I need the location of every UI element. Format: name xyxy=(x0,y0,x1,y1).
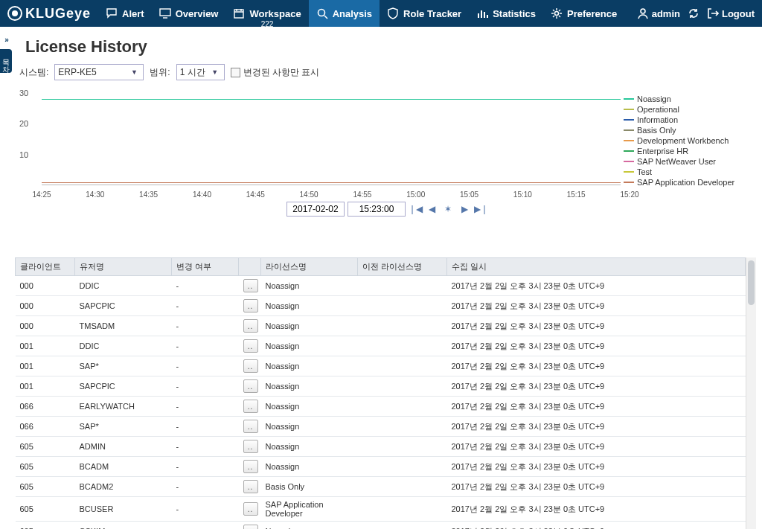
table-row[interactable]: 605ADMIN-..Noassign2017년 2월 2일 오후 3시 23분… xyxy=(16,437,746,457)
menu-analysis[interactable]: Analysis xyxy=(309,0,380,27)
changed-only-checkbox[interactable]: 변경된 사항만 표시 xyxy=(231,66,320,79)
row-details-button[interactable]: .. xyxy=(243,420,258,433)
legend-item[interactable]: Noassign xyxy=(624,94,752,103)
cell-user: SAP* xyxy=(75,356,172,376)
nav-prev-button[interactable]: ◀ xyxy=(425,202,438,216)
table-row[interactable]: 000SAPCPIC-..Noassign2017년 2월 2일 오후 3시 2… xyxy=(16,296,746,316)
row-details-button[interactable]: .. xyxy=(243,525,258,529)
user-link[interactable]: admin xyxy=(637,7,680,19)
cell-action: .. xyxy=(239,457,261,477)
cell-client: 605 xyxy=(16,522,75,530)
col-client[interactable]: 클라이언트 xyxy=(16,258,75,276)
date-input[interactable] xyxy=(286,202,345,217)
x-tick: 14:40 xyxy=(193,190,211,199)
table-row[interactable]: 605BCADM2-..Basis Only2017년 2월 2일 오후 3시 … xyxy=(16,477,746,497)
legend-item[interactable]: SAP NetWeaver User xyxy=(624,157,752,166)
table-row[interactable]: 605BCADM-..Noassign2017년 2월 2일 오후 3시 23분… xyxy=(16,457,746,477)
speech-icon xyxy=(106,7,118,19)
main-panel: License History 시스템: ERP-KE5 ▼ 범위: 1 시간 … xyxy=(15,27,759,532)
legend-label: SAP Application Developer xyxy=(637,178,734,187)
nav-last-button[interactable]: ▶❘ xyxy=(474,202,487,216)
row-details-button[interactable]: .. xyxy=(243,319,258,333)
row-details-button[interactable]: .. xyxy=(243,359,258,373)
table-row[interactable]: 605BCUSER-..SAP Application Developer201… xyxy=(16,497,746,522)
row-details-button[interactable]: .. xyxy=(243,299,258,313)
col-changed[interactable]: 변경 여부 xyxy=(172,258,239,276)
col-prev-license[interactable]: 이전 라이선스명 xyxy=(358,258,447,276)
nav-first-button[interactable]: ❘◀ xyxy=(409,202,422,216)
table-row[interactable]: 605CSKIM-..Noassign2017년 2월 2일 오후 3시 23분… xyxy=(16,522,746,530)
row-details-button[interactable]: .. xyxy=(243,460,258,473)
logout-icon xyxy=(707,7,719,19)
legend-label: Information xyxy=(637,115,678,124)
col-action[interactable] xyxy=(239,258,261,276)
table-row[interactable]: 001SAPCPIC-..Noassign2017년 2월 2일 오후 3시 2… xyxy=(16,376,746,397)
table-row[interactable]: 001DDIC-..Noassign2017년 2월 2일 오후 3시 23분 … xyxy=(16,336,746,356)
row-details-button[interactable]: .. xyxy=(243,379,258,393)
legend-label: Basis Only xyxy=(637,126,676,135)
scroll-thumb[interactable] xyxy=(748,260,755,305)
legend-item[interactable]: SAP Application Developer xyxy=(624,178,752,187)
legend-item[interactable]: Test xyxy=(624,167,752,176)
col-license[interactable]: 라이선스명 xyxy=(261,258,358,276)
nav-live-button[interactable]: ✶ xyxy=(441,202,455,216)
side-expand-icon[interactable]: » xyxy=(1,34,12,45)
row-details-button[interactable]: .. xyxy=(243,480,258,493)
menu-workspace[interactable]: Workspace 222 xyxy=(225,0,308,27)
legend-item[interactable]: Operational xyxy=(624,105,752,114)
nav-next-button[interactable]: ▶ xyxy=(458,202,471,216)
cell-license: Noassign xyxy=(261,376,358,397)
cell-action: .. xyxy=(239,336,261,356)
side-tab-toc[interactable]: 목차 xyxy=(0,49,12,73)
row-details-button[interactable]: .. xyxy=(243,339,258,353)
cell-license: Noassign xyxy=(261,356,358,376)
col-collected[interactable]: 수집 일시 xyxy=(447,258,746,276)
cell-collected: 2017년 2월 2일 오후 3시 23분 0초 UTC+9 xyxy=(447,497,746,522)
table-row[interactable]: 000DDIC-..Noassign2017년 2월 2일 오후 3시 23분 … xyxy=(16,276,746,296)
range-select[interactable]: 1 시간 ▼ xyxy=(176,64,225,80)
legend-item[interactable]: Basis Only xyxy=(624,126,752,135)
legend-item[interactable]: Information xyxy=(624,115,752,124)
row-details-button[interactable]: .. xyxy=(243,279,258,292)
legend-item[interactable]: Development Workbench xyxy=(624,136,752,145)
chevron-down-icon: ▼ xyxy=(209,68,221,76)
row-details-button[interactable]: .. xyxy=(243,400,258,413)
bars-icon xyxy=(476,7,488,19)
cell-action: .. xyxy=(239,477,261,497)
cell-prev-license xyxy=(358,477,447,497)
legend-item[interactable]: Enterprise HR xyxy=(624,147,752,156)
table-row[interactable]: 000TMSADM-..Noassign2017년 2월 2일 오후 3시 23… xyxy=(16,316,746,336)
cell-changed: - xyxy=(172,296,239,316)
x-tick: 15:15 xyxy=(567,190,586,199)
menu-overview[interactable]: Overview xyxy=(152,0,226,27)
gear-icon xyxy=(551,7,563,19)
x-tick: 14:35 xyxy=(139,190,158,199)
cell-license: SAP Application Developer xyxy=(261,497,358,522)
cell-client: 001 xyxy=(16,336,75,356)
menu-role-tracker[interactable]: Role Tracker xyxy=(380,0,469,27)
system-select[interactable]: ERP-KE5 ▼ xyxy=(54,64,144,80)
table-header-row: 클라이언트 유저명 변경 여부 라이선스명 이전 라이선스명 수집 일시 xyxy=(16,258,746,276)
user-icon xyxy=(637,7,649,19)
table-row[interactable]: 066EARLYWATCH-..Noassign2017년 2월 2일 오후 3… xyxy=(16,397,746,417)
vertical-scrollbar[interactable] xyxy=(746,257,756,529)
menu-alert[interactable]: Alert xyxy=(98,0,152,27)
row-details-button[interactable]: .. xyxy=(243,440,258,453)
logout-button[interactable]: Logout xyxy=(707,7,755,19)
cell-collected: 2017년 2월 2일 오후 3시 23분 0초 UTC+9 xyxy=(447,336,746,356)
col-user[interactable]: 유저명 xyxy=(75,258,172,276)
table-row[interactable]: 066SAP*-..Noassign2017년 2월 2일 오후 3시 23분 … xyxy=(16,417,746,437)
refresh-button[interactable] xyxy=(688,7,699,19)
row-details-button[interactable]: .. xyxy=(243,502,258,516)
cell-client: 000 xyxy=(16,316,75,336)
cell-prev-license xyxy=(358,437,447,457)
menu-statistics[interactable]: Statistics xyxy=(469,0,543,27)
cell-user: ADMIN xyxy=(75,437,172,457)
menu-preference[interactable]: Preference xyxy=(543,0,624,27)
cell-license: Noassign xyxy=(261,417,358,437)
cell-client: 605 xyxy=(16,437,75,457)
cell-prev-license xyxy=(358,522,447,530)
time-input[interactable] xyxy=(348,202,406,217)
table-row[interactable]: 001SAP*-..Noassign2017년 2월 2일 오후 3시 23분 … xyxy=(16,356,746,376)
cell-action: .. xyxy=(239,276,261,296)
